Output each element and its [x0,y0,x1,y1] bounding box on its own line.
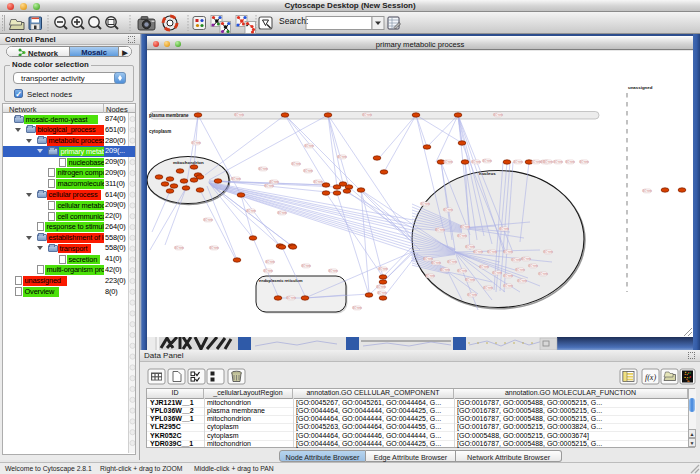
svg-text:f(x): f(x) [645,373,656,382]
